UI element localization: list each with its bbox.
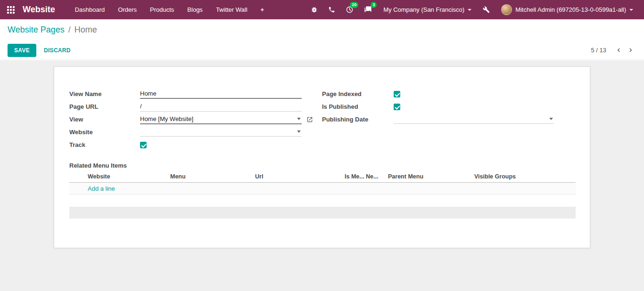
navbar-systray: 20 3 My Company (San Francisco) Mitchell… [305,0,644,19]
col-header-visible-groups[interactable]: Visible Groups [474,173,576,180]
is-published-checkbox[interactable] [394,104,400,110]
user-menu[interactable]: Mitchell Admin (697205-13-0-0599a1-all) [495,0,639,19]
page-url-label: Page URL [69,103,140,110]
breadcrumb-website-pages[interactable]: Website Pages [8,25,65,35]
breadcrumb-separator: / [68,25,71,35]
pager-previous-button[interactable] [613,45,625,55]
related-menu-items-table: Website Menu Url Is Me... Ne... Parent M… [69,171,576,194]
menu-item-orders[interactable]: Orders [111,0,143,19]
plus-menu-icon[interactable]: + [254,0,271,19]
company-name: My Company (San Francisco) [383,6,464,13]
view-name-label: View Name [69,90,140,97]
field-publishing-date: Publishing Date [322,113,577,126]
breadcrumb: Website Pages / Home [0,19,644,40]
chevron-down-icon [629,9,633,11]
website-label: Website [69,129,140,136]
view-external-link-icon[interactable] [306,116,313,123]
publishing-date-caret-icon[interactable] [549,118,553,120]
col-header-is-mega-menu[interactable]: Is Me... [345,173,366,180]
apps-grid-icon [7,6,15,14]
apps-menu-button[interactable] [0,0,22,19]
view-name-input[interactable]: Home [140,89,302,99]
publishing-date-input[interactable] [394,115,554,124]
col-header-new-window[interactable]: Ne... [366,173,388,180]
form-right-column: Page Indexed Is Published Publishing Dat… [322,88,577,126]
add-a-line-link[interactable]: Add a line [69,185,115,192]
form-left-column: View Name Home Page URL / View Home [My … [69,88,319,151]
website-tools-icon[interactable] [478,0,495,19]
messages-icon[interactable]: 3 [359,0,377,19]
table-add-row: Add a line [69,183,576,194]
messages-badge: 3 [371,2,377,8]
is-published-label: Is Published [322,103,394,110]
save-button[interactable]: SAVE [8,44,36,57]
activities-clock-icon[interactable]: 20 [340,0,359,19]
publishing-date-label: Publishing Date [322,116,394,123]
menu-item-twitter-wall[interactable]: Twitter Wall [209,0,254,19]
field-view-name: View Name Home [69,88,319,100]
pager-count: 5 / 13 [591,47,606,54]
menu-item-blogs[interactable]: Blogs [181,0,209,19]
form-sheet: View Name Home Page URL / View Home [My … [54,66,590,248]
related-menu-items-title: Related Menu Items [69,162,127,169]
track-checkbox[interactable] [140,142,147,148]
col-header-website[interactable]: Website [69,173,170,180]
control-panel: SAVE DISCARD 5 / 13 [0,40,644,60]
field-track: Track [69,138,319,151]
field-page-indexed: Page Indexed [322,88,577,100]
empty-row-stripe [69,207,576,218]
view-dropdown-caret-icon[interactable] [297,118,301,120]
user-name: Mitchell Admin (697205-13-0-0599a1-all) [515,6,626,13]
menu-item-dashboard[interactable]: Dashboard [68,0,112,19]
breadcrumb-current: Home [74,25,97,35]
website-dropdown-caret-icon[interactable] [297,130,301,133]
view-select[interactable]: Home [My Website] [140,114,302,124]
field-website: Website [69,126,319,138]
pager-next-button[interactable] [625,45,636,55]
page-indexed-checkbox[interactable] [394,91,400,97]
col-header-url[interactable]: Url [255,173,345,180]
view-label: View [69,116,140,123]
table-header-row: Website Menu Url Is Me... Ne... Parent M… [69,171,576,183]
menu-item-products[interactable]: Products [143,0,181,19]
phone-icon[interactable] [323,0,340,19]
activities-badge: 20 [350,2,358,8]
track-label: Track [69,141,140,148]
page-url-input[interactable]: / [140,102,302,112]
company-switcher[interactable]: My Company (San Francisco) [377,0,478,19]
main-menu: Dashboard Orders Products Blogs Twitter … [68,0,271,19]
field-is-published: Is Published [322,100,577,113]
col-header-menu[interactable]: Menu [170,173,255,180]
website-select[interactable] [140,128,302,137]
field-page-url: Page URL / [69,100,319,113]
pager: 5 / 13 [591,45,636,55]
col-header-parent-menu[interactable]: Parent Menu [388,173,474,180]
discard-button[interactable]: DISCARD [44,47,71,54]
app-title[interactable]: Website [23,5,55,15]
top-navbar: Website Dashboard Orders Products Blogs … [0,0,644,19]
field-view: View Home [My Website] [69,113,319,126]
avatar [501,4,512,15]
debug-bug-icon[interactable] [305,0,323,19]
page-indexed-label: Page Indexed [322,90,394,97]
chevron-down-icon [468,9,471,11]
content-area: View Name Home Page URL / View Home [My … [0,61,644,291]
